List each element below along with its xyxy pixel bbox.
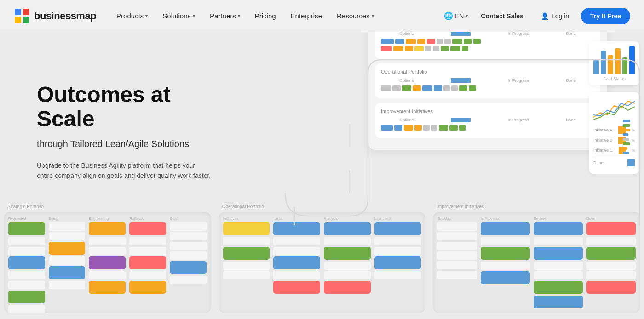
logo-text: businessmap: [34, 10, 96, 22]
try-free-button[interactable]: Try It Free: [581, 8, 630, 24]
nav-partners[interactable]: Partners ▾: [203, 9, 247, 23]
kanban-label-1: Strategic Portfolio: [4, 204, 211, 209]
login-button[interactable]: 👤 Log in: [536, 10, 574, 23]
kanban-inner-3: Backlog In Progress: [433, 212, 640, 313]
header-right: 🌐 EN ▾ Contact Sales 👤 Log in Try It Fre…: [444, 8, 630, 24]
kanban-label-3: Improvement Initiatives: [433, 204, 640, 209]
kanban-section: Strategic Portfolio Requested: [0, 204, 644, 319]
svg-rect-3: [23, 17, 29, 23]
language-selector[interactable]: 🌐 EN ▾: [444, 11, 468, 20]
kanban-inner-1: Requested Setup: [4, 212, 211, 313]
kanban-col-3c: Review: [534, 216, 583, 310]
chevron-down-icon: ▾: [145, 13, 148, 18]
logo-icon: [14, 8, 30, 24]
main-nav: Products ▾ Solutions ▾ Partners ▾ Pricin…: [110, 9, 444, 23]
kanban-columns-1: Requested Setup: [8, 216, 207, 313]
hero-title: Outcomes at Scale: [37, 83, 230, 131]
chevron-down-icon: ▾: [372, 13, 374, 18]
kanban-col-1b: Setup: [49, 216, 86, 313]
nav-products[interactable]: Products ▾: [110, 9, 154, 23]
kanban-label-2: Operational Portfolio: [218, 204, 426, 209]
chevron-down-icon: ▾: [193, 13, 195, 18]
bar-chart: [593, 46, 635, 74]
improvement-initiatives: Improvement Initiatives Options Requeste…: [375, 103, 600, 138]
globe-icon: 🌐: [444, 11, 453, 20]
hero-subtitle: through Tailored Lean/Agile Solutions: [37, 139, 230, 149]
kanban-col-2d: Launched: [374, 216, 421, 296]
bar-row-2: [381, 46, 594, 51]
kanban-col-2c: Analysis: [324, 216, 371, 296]
chart-label: Card Status: [593, 76, 635, 81]
kanban-columns-2: Initiatives Ideas: [223, 216, 421, 296]
nav-enterprise[interactable]: Enterprise: [284, 9, 328, 23]
user-icon: 👤: [541, 12, 549, 20]
kanban-board-2: Operational Portfolio Initiatives Ideas: [215, 204, 430, 319]
kanban-col-3b: In Progress: [481, 216, 530, 310]
nav-solutions[interactable]: Solutions ▾: [156, 9, 201, 23]
kanban-col-3d: Done: [586, 216, 636, 310]
hero-description: Upgrade to the Business Agility platform…: [37, 160, 212, 181]
kanban-inner-2: Initiatives Ideas: [218, 212, 426, 313]
kanban-col-1d: Rollback: [129, 216, 166, 313]
portfolio-title-2: Operational Portfolio: [381, 69, 594, 74]
portfolio-headers-3: Options Requested In Progress Done: [381, 118, 594, 122]
bar-row-3: [381, 85, 594, 91]
bar-row-4: [381, 125, 594, 131]
chevron-down-icon: ▾: [238, 13, 240, 18]
kanban-col-2a: Initiatives: [223, 216, 270, 296]
done-row: Done: 42: [593, 157, 635, 166]
bar-chart-panel: Card Status: [589, 41, 639, 85]
portfolio-title-3: Improvement Initiatives: [381, 108, 594, 114]
chevron-down-icon: ▾: [466, 13, 468, 18]
svg-rect-1: [23, 9, 29, 15]
hero-section: Outcomes at Scale through Tailored Lean/…: [0, 0, 644, 319]
line-chart: [593, 97, 635, 122]
kanban-col-1e: Goal: [170, 216, 207, 313]
operational-portfolio: Operational Portfolio Options Requested …: [375, 63, 600, 98]
logo[interactable]: businessmap: [14, 8, 96, 24]
kanban-board-3: Improvement Initiatives Backlog In Progr…: [429, 204, 644, 319]
line-chart-panel: Initiative A 24 % Initiative B 49 % Init…: [589, 92, 639, 174]
contact-sales-button[interactable]: Contact Sales: [475, 10, 529, 23]
kanban-board-1: Strategic Portfolio Requested: [0, 204, 215, 319]
kanban-columns-3: Backlog In Progress: [437, 216, 636, 310]
kanban-col-1c: Engineering: [89, 216, 126, 313]
horizontal-bars-panel: [623, 120, 630, 154]
kanban-col-2b: Ideas: [273, 216, 320, 296]
kanban-col-3a: Backlog: [437, 216, 477, 310]
svg-rect-0: [15, 9, 21, 15]
hero-content: Outcomes at Scale through Tailored Lean/…: [37, 83, 230, 181]
bar-row-1: [381, 39, 594, 44]
portfolio-headers-2: Options Requested In Progress Done: [381, 78, 594, 83]
nav-pricing[interactable]: Pricing: [248, 9, 282, 23]
svg-rect-2: [15, 17, 21, 23]
nav-resources[interactable]: Resources ▾: [330, 9, 380, 23]
kanban-col-1a: Requested: [8, 216, 45, 313]
